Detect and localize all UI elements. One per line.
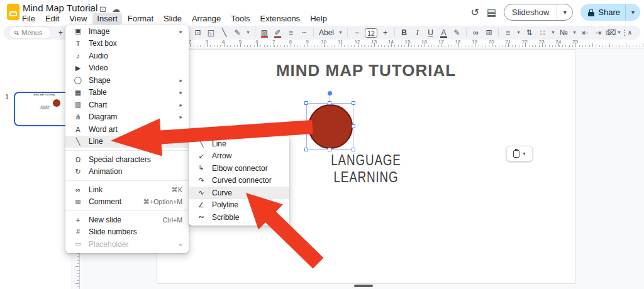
submenu-item-curve[interactable]: ∿ Curve (189, 187, 289, 199)
menu-item-line[interactable]: ╲ Line ▸ (65, 136, 189, 148)
menu-slide[interactable]: Slide (159, 13, 186, 25)
menu-item-diagram[interactable]: ⋔ Diagram ▸ (65, 111, 189, 124)
align-icon[interactable]: ≡ (502, 26, 513, 40)
resize-handle-ne[interactable] (352, 101, 355, 105)
submenu-item-line[interactable]: ╲ Line (189, 138, 289, 150)
menu-item-table[interactable]: ▦ Table ▸ (65, 87, 189, 99)
line-spacing-icon[interactable]: ⇅ (524, 26, 535, 40)
font-size-field[interactable]: 12 (365, 28, 377, 38)
resize-handle-nw[interactable] (304, 101, 308, 105)
menu-item-special-characters[interactable]: Ω Special characters (65, 153, 189, 166)
rotation-handle[interactable] (328, 91, 332, 95)
slideshow-button[interactable]: Slideshow ▾ (504, 4, 573, 21)
comment-history-icon[interactable]: ▤ (487, 6, 496, 18)
submenu-arrow-icon: ▸ (179, 89, 182, 95)
resize-handle-w[interactable] (304, 124, 308, 128)
submenu-item-polyline[interactable]: ∠ Polyline (189, 199, 289, 212)
elbow-connector-icon: ↳ (196, 164, 206, 172)
paste-options-button[interactable]: ▾ (506, 146, 533, 161)
submenu-arrow-icon: ▸ (179, 102, 182, 108)
highlight-color-icon[interactable]: ✎ (452, 26, 462, 40)
font-family-dropdown-icon[interactable]: ▾ (338, 26, 343, 40)
horizontal-ruler-number: 5 (239, 39, 242, 45)
numbered-list-dropdown-icon[interactable]: ▾ (572, 26, 577, 40)
increase-font-size-button[interactable]: + (380, 26, 391, 40)
bulleted-list-dropdown-icon[interactable]: ▾ (550, 26, 556, 40)
resize-handle-e[interactable] (352, 124, 355, 128)
add-comment-icon[interactable]: ⊞ (484, 26, 494, 40)
menu-item-new-slide[interactable]: + New slide Ctrl+M (65, 214, 189, 226)
submenu-item-elbow-connector[interactable]: ↳ Elbow connector (189, 162, 289, 175)
menu-arrange[interactable]: Arrange (187, 13, 225, 25)
menu-item-animation[interactable]: ↻ Animation (65, 166, 189, 178)
fill-color-icon[interactable]: ▨ (259, 26, 270, 40)
insert-link-icon[interactable]: ∞ (470, 26, 481, 40)
new-slide-button[interactable]: + (55, 26, 66, 40)
line-tool-icon[interactable]: ╲ (219, 26, 230, 40)
bulleted-list-icon[interactable]: ∷ (537, 26, 548, 40)
menu-item-audio[interactable]: ♪ Audio (65, 50, 189, 62)
menu-item-comment[interactable]: ⊞ Comment ⌘+Option+M (65, 196, 189, 209)
line-tool-dropdown-icon[interactable]: ▾ (245, 26, 251, 40)
resize-handle-n[interactable] (328, 101, 331, 105)
word-art-icon: A (73, 126, 83, 133)
menu-file[interactable]: File (18, 13, 40, 25)
hide-menus-icon[interactable]: ∧ (625, 26, 635, 40)
menu-edit[interactable]: Edit (41, 13, 64, 25)
animation-icon: ↻ (73, 168, 83, 176)
slide-title-text[interactable]: MIND MAP TUTORIAL (157, 61, 575, 80)
resize-handle-sw[interactable] (304, 148, 308, 151)
border-dash-icon[interactable]: ┄ (299, 26, 309, 40)
menu-item-word-art[interactable]: A Word art (65, 123, 189, 136)
underline-button[interactable]: U (425, 26, 436, 40)
horizontal-ruler-number: 21 (505, 39, 511, 45)
decrease-font-size-button[interactable]: − (352, 26, 362, 40)
select-tool-dropdown-icon[interactable]: ▾ (616, 26, 622, 40)
menu-item-shape[interactable]: ◯ Shape ▸ (65, 74, 189, 87)
horizontal-ruler-number: 20 (489, 39, 494, 45)
text-color-button[interactable]: A (438, 26, 449, 40)
increase-indent-icon[interactable]: ⇥ (593, 26, 604, 40)
menu-view[interactable]: View (65, 13, 91, 25)
submenu-item-curved-connector[interactable]: ↷ Curved connector (189, 175, 289, 187)
scribble-tool-icon[interactable]: ✎ (232, 26, 243, 40)
submenu-item-arrow[interactable]: ↙ Arrow (189, 150, 289, 163)
submenu-item-scribble[interactable]: ∾ Scribble (189, 211, 289, 224)
horizontal-ruler-number: 3 (205, 39, 208, 45)
menu-format[interactable]: Format (123, 13, 158, 25)
menus-search-button[interactable]: ⚲ Menus (9, 27, 51, 38)
numbered-list-icon[interactable]: № (558, 26, 569, 40)
share-button[interactable]: Share ▾ (580, 4, 640, 21)
share-dropdown-icon[interactable]: ▾ (625, 4, 640, 21)
chart-icon: ▥ (73, 101, 83, 109)
menu-item-image[interactable]: ▣ Image ▸ (65, 25, 189, 38)
menu-tools[interactable]: Tools (226, 13, 254, 25)
menu-help[interactable]: Help (306, 13, 331, 25)
menu-item-link[interactable]: ∞ Link ⌘K (65, 183, 189, 196)
scrollbar-thumb[interactable] (354, 285, 373, 287)
menu-item-chart[interactable]: ▥ Chart ▸ (65, 99, 189, 111)
select-tool-icon[interactable]: ▷ (603, 26, 614, 40)
bold-button[interactable]: B (399, 26, 409, 40)
resize-handle-s[interactable] (328, 148, 331, 151)
version-history-icon[interactable]: ↺ (471, 6, 479, 18)
polyline-icon: ∠ (196, 201, 206, 209)
horizontal-ruler-number: 15 (405, 39, 411, 45)
resize-handle-se[interactable] (352, 148, 355, 151)
shapes-tool-icon[interactable]: ◱ (206, 26, 216, 40)
menu-insert[interactable]: Insert (92, 13, 122, 25)
menu-item-slide-numbers[interactable]: # Slide numbers (65, 226, 189, 239)
decrease-indent-icon[interactable]: ⇤ (580, 26, 591, 40)
border-color-icon[interactable]: ✐ (272, 26, 283, 40)
text-box-tool-icon[interactable]: ⊡ (192, 26, 203, 40)
italic-button[interactable]: I (412, 26, 423, 40)
menu-item-video[interactable]: ▶ Video (65, 62, 189, 75)
menu-extensions[interactable]: Extensions (256, 13, 305, 25)
comment-icon: ⊞ (73, 198, 83, 206)
align-dropdown-icon[interactable]: ▾ (516, 26, 521, 40)
shortcut-label: ⌘K (171, 186, 182, 194)
border-weight-icon[interactable]: ≡ (286, 26, 296, 40)
slideshow-dropdown-icon[interactable]: ▾ (557, 9, 572, 16)
menu-item-text-box[interactable]: T Text box (65, 38, 189, 50)
font-family-select[interactable]: Abel (318, 28, 335, 37)
